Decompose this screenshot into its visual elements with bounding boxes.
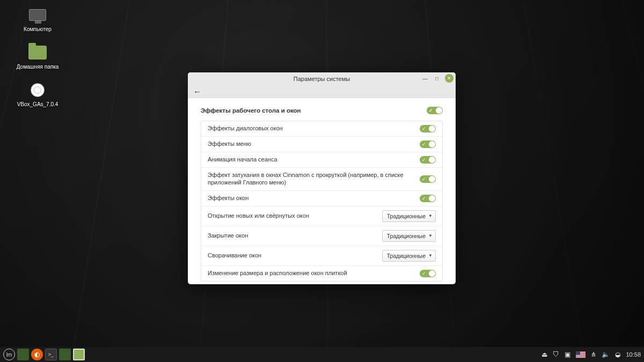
tray-shield-icon[interactable]: ⛉ [553, 351, 559, 358]
maximize-button[interactable]: □ [433, 75, 441, 82]
row-window-effects: Эффекты окон [201, 191, 442, 206]
menu-effects-toggle[interactable] [420, 141, 436, 148]
row-open-effect: Открытие новых или свёрнутых окон Традиц… [201, 206, 442, 226]
tray-power-icon[interactable]: ◒ [615, 351, 620, 358]
taskbar: lm ◐ >_ ⏏ ⛉ ▣ ⋔ 🔈 ◒ 10:58 [0, 347, 644, 362]
system-tray: ⏏ ⛉ ▣ ⋔ 🔈 ◒ 10:58 [541, 351, 641, 358]
desktop-icon-label: Домашняя папка [17, 64, 59, 70]
row-close-effect: Закрытие окон Традиционные [201, 226, 442, 246]
desktop-icon-label: Компьютер [24, 26, 52, 32]
titlebar[interactable]: Параметры системы — □ ✕ [188, 72, 456, 85]
folder-icon [27, 43, 48, 62]
section-header: Эффекты рабочего стола и окон [201, 107, 443, 114]
tray-removable-icon[interactable]: ⏏ [541, 351, 547, 358]
row-label: Эффекты диалоговых окон [208, 125, 414, 132]
desktop-icon-home[interactable]: Домашняя папка [11, 43, 64, 70]
tray-clock[interactable]: 10:58 [626, 351, 641, 358]
taskbar-show-desktop[interactable] [17, 349, 29, 360]
row-fade-scroll: Эффект затухания в окнах Cinnamon с прок… [201, 168, 442, 191]
tile-effect-toggle[interactable] [420, 270, 436, 277]
minimize-effect-dropdown[interactable]: Традиционные [382, 250, 436, 262]
row-label: Анимация начала сеанса [208, 156, 414, 164]
tray-keyboard-layout-icon[interactable] [576, 351, 586, 358]
minimize-button[interactable]: — [421, 75, 429, 82]
window-title: Параметры системы [294, 76, 350, 82]
tray-network-icon[interactable]: ⋔ [591, 351, 596, 358]
desktop-icons: Компьютер Домашняя папка VBox_GAs_7.0.4 [11, 5, 64, 107]
row-label: Открытие новых или свёрнутых окон [208, 212, 377, 220]
row-label: Эффект затухания в окнах Cinnamon с прок… [208, 172, 414, 187]
taskbar-terminal[interactable]: >_ [45, 349, 57, 360]
row-tile-effect: Изменение размера и расположение окон пл… [201, 266, 442, 281]
desktop-icon-vbox-gas[interactable]: VBox_GAs_7.0.4 [11, 80, 64, 107]
row-label: Сворачивание окон [208, 252, 377, 260]
dialog-effects-toggle[interactable] [420, 125, 436, 132]
row-label: Эффекты окон [208, 195, 414, 202]
taskbar-settings-active[interactable] [73, 349, 85, 360]
disc-icon [27, 80, 48, 100]
toolbar: ← [188, 85, 456, 98]
row-label: Эффекты меню [208, 141, 414, 148]
row-session-anim: Анимация начала сеанса [201, 152, 442, 168]
close-effect-dropdown[interactable]: Традиционные [382, 230, 436, 242]
menu-button[interactable]: lm [3, 349, 15, 360]
desktop-icon-computer[interactable]: Компьютер [11, 5, 64, 32]
settings-content: Эффекты рабочего стола и окон Эффекты ди… [188, 98, 456, 284]
row-label: Закрытие окон [208, 232, 377, 240]
tray-sound-icon[interactable]: 🔈 [602, 351, 610, 358]
open-effect-dropdown[interactable]: Традиционные [382, 210, 436, 222]
monitor-icon [27, 5, 48, 25]
row-minimize-effect: Сворачивание окон Традиционные [201, 246, 442, 266]
window-effects-toggle[interactable] [420, 195, 436, 202]
row-menu-effects: Эффекты меню [201, 137, 442, 152]
master-effects-toggle[interactable] [427, 107, 443, 114]
settings-panel: Эффекты диалоговых окон Эффекты меню Ани… [201, 121, 443, 282]
close-button[interactable]: ✕ [445, 74, 453, 83]
section-title: Эффекты рабочего стола и окон [201, 107, 301, 114]
taskbar-files[interactable] [59, 349, 71, 360]
tray-update-icon[interactable]: ▣ [565, 351, 570, 358]
session-anim-toggle[interactable] [420, 156, 436, 164]
desktop-icon-label: VBox_GAs_7.0.4 [17, 101, 58, 107]
taskbar-firefox[interactable]: ◐ [31, 349, 43, 360]
settings-window: Параметры системы — □ ✕ ← Эффекты рабоче… [188, 72, 456, 284]
row-label: Изменение размера и расположение окон пл… [208, 270, 414, 277]
fade-scroll-toggle[interactable] [420, 175, 436, 183]
back-button[interactable]: ← [193, 87, 201, 96]
row-dialog-effects: Эффекты диалоговых окон [201, 121, 442, 137]
